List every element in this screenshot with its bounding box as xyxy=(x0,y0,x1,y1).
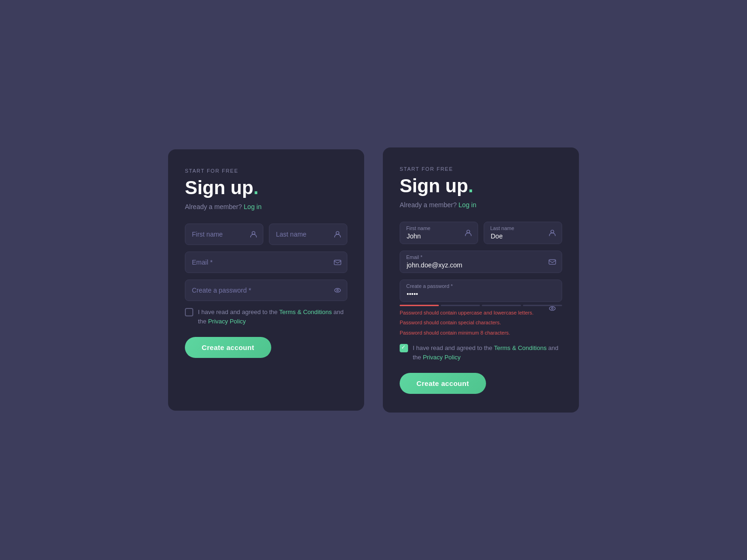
signup-card-right: START FOR FREE Sign up. Already a member… xyxy=(383,147,579,413)
terms-label-left: I have read and agreed to the Terms & Co… xyxy=(198,308,347,326)
title-dot-right: . xyxy=(468,175,473,196)
already-member-left: Already a member? Log in xyxy=(185,203,347,210)
first-name-group-right: First name xyxy=(400,222,478,244)
email-wrapper-left xyxy=(185,252,347,273)
signup-card-left: START FOR FREE Sign up. Already a member… xyxy=(168,149,364,411)
last-name-group-right: Last name xyxy=(484,222,562,244)
eye-icon-right[interactable] xyxy=(548,304,557,313)
password-strength-bar xyxy=(400,305,562,306)
person-icon-left xyxy=(249,230,258,238)
svg-rect-7 xyxy=(549,259,556,264)
email-wrapper-right: Email * xyxy=(400,251,562,273)
person-icon-right-left xyxy=(333,230,342,238)
title-left: Sign up. xyxy=(185,177,347,198)
svg-point-9 xyxy=(551,308,553,309)
name-row-right: First name Last name xyxy=(400,222,562,244)
terms-link-right[interactable]: Terms & Conditions xyxy=(494,344,547,351)
strength-seg-3 xyxy=(482,305,521,306)
title-right: Sign up. xyxy=(400,175,562,196)
email-input-left[interactable] xyxy=(185,252,347,273)
login-link-left[interactable]: Log in xyxy=(244,203,261,210)
privacy-link-right[interactable]: Privacy Policy xyxy=(423,354,461,361)
already-member-right: Already a member? Log in xyxy=(400,201,562,209)
strength-seg-2 xyxy=(441,305,480,306)
terms-link-left[interactable]: Terms & Conditions xyxy=(279,308,332,315)
terms-checkbox-left[interactable] xyxy=(185,308,193,316)
name-row-left xyxy=(185,224,347,245)
password-errors: Password should contain uppercase and lo… xyxy=(400,309,562,337)
error-3: Password should contain minimum 8 charac… xyxy=(400,329,562,337)
last-name-group-left xyxy=(269,224,347,245)
title-dot-left: . xyxy=(254,177,259,198)
email-input-right[interactable] xyxy=(400,251,562,273)
login-link-right[interactable]: Log in xyxy=(458,201,476,209)
password-wrapper-left xyxy=(185,280,347,301)
strength-seg-1 xyxy=(400,305,439,306)
svg-point-3 xyxy=(335,288,341,292)
error-1: Password should contain uppercase and lo… xyxy=(400,309,562,317)
terms-label-right: I have read and agreed to the Terms & Co… xyxy=(413,343,562,362)
password-input-right[interactable] xyxy=(400,280,562,302)
svg-rect-2 xyxy=(334,260,341,265)
email-icon-left xyxy=(333,258,342,266)
email-icon-right xyxy=(548,258,557,266)
privacy-link-left[interactable]: Privacy Policy xyxy=(208,318,246,325)
terms-row-right: I have read and agreed to the Terms & Co… xyxy=(400,343,562,362)
password-wrapper-right: Create a password * Password should cont… xyxy=(400,280,562,337)
first-name-group-left xyxy=(185,224,263,245)
error-2: Password should contain special characte… xyxy=(400,319,562,327)
person-icon-last-right xyxy=(548,229,557,237)
svg-point-8 xyxy=(550,306,556,310)
start-label-right: START FOR FREE xyxy=(400,166,562,172)
create-account-button-left[interactable]: Create account xyxy=(185,337,271,358)
svg-point-4 xyxy=(337,289,338,291)
password-input-left[interactable] xyxy=(185,280,347,301)
eye-icon-left[interactable] xyxy=(333,286,342,294)
terms-checkbox-right[interactable] xyxy=(400,344,408,352)
person-icon-right-right xyxy=(464,229,472,237)
create-account-button-right[interactable]: Create account xyxy=(400,373,486,394)
start-label-left: START FOR FREE xyxy=(185,168,347,174)
terms-row-left: I have read and agreed to the Terms & Co… xyxy=(185,308,347,326)
